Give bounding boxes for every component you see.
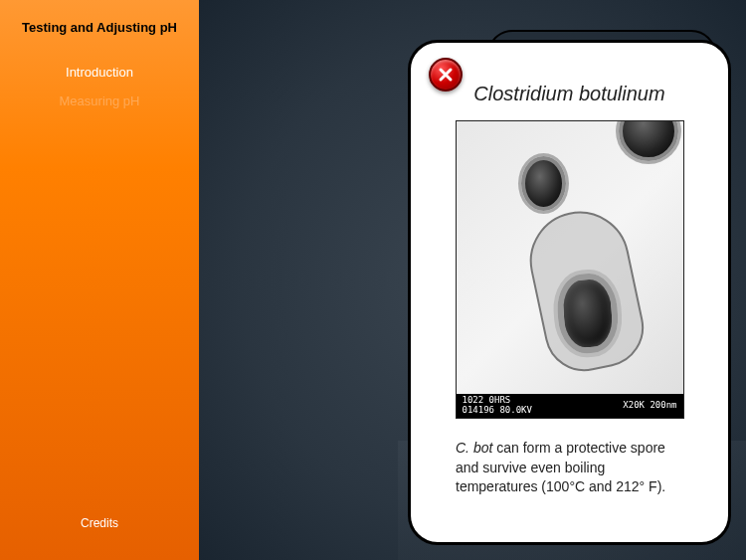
microscopy-image: 1022 0HRS 014196 80.0KV X20K 200nm — [457, 121, 683, 418]
sidebar-item-measuring-ph[interactable]: Measuring pH — [10, 91, 189, 111]
bacteria-shape — [520, 202, 651, 378]
spore-shape — [521, 156, 566, 211]
sidebar: Testing and Adjusting pH Introduction Me… — [0, 0, 199, 560]
sidebar-item-introduction[interactable]: Introduction — [10, 62, 189, 83]
endospore-shape — [555, 272, 620, 355]
info-modal: Clostridium botulinum 1022 0HRS 014196 8… — [408, 40, 731, 545]
main-area: Clostridium botulinum 1022 0HRS 014196 8… — [199, 0, 746, 560]
close-button[interactable] — [429, 58, 463, 92]
microscopy-scale-bar: 1022 0HRS 014196 80.0KV X20K 200nm — [457, 394, 683, 418]
close-icon — [438, 67, 454, 83]
sidebar-nav: Introduction Measuring pH — [10, 62, 189, 111]
modal-image: 1022 0HRS 014196 80.0KV X20K 200nm — [456, 120, 684, 419]
scale-info-left: 1022 0HRS 014196 80.0KV — [463, 396, 532, 416]
module-title: Testing and Adjusting pH — [10, 20, 189, 37]
credits-link[interactable]: Credits — [10, 516, 189, 530]
scale-info-right: X20K 200nm — [623, 401, 676, 411]
spore-shape — [619, 120, 678, 161]
sidebar-footer: Credits — [10, 516, 189, 540]
modal-caption: C. bot can form a protective spore and s… — [451, 439, 688, 497]
caption-species: C. bot — [456, 440, 492, 456]
modal-title: Clostridium botulinum — [451, 83, 688, 105]
